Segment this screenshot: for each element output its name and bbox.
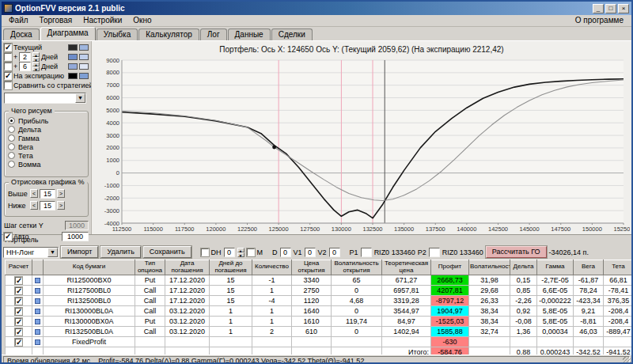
delete-button[interactable]: Удалить <box>100 246 140 258</box>
tab-Доска[interactable]: Доска <box>3 28 40 40</box>
row-marker-icon[interactable] <box>35 309 40 314</box>
radio-icon[interactable] <box>8 143 15 150</box>
row-marker-icon[interactable] <box>35 339 40 345</box>
radio-icon[interactable] <box>8 152 15 159</box>
color-swatch[interactable] <box>79 44 89 51</box>
days-input[interactable]: 6 <box>19 62 31 71</box>
above-increment-button[interactable]: > <box>57 189 65 198</box>
row-marker-icon[interactable] <box>35 298 40 304</box>
column-header[interactable]: Тип опциона <box>135 260 165 275</box>
color-swatch[interactable] <box>79 54 89 60</box>
days-spinner[interactable]: ▲▼ <box>32 52 40 62</box>
v2-value[interactable]: 0 <box>329 248 340 257</box>
maximize-button[interactable]: □ <box>605 4 616 13</box>
color-swatch[interactable] <box>79 63 89 70</box>
draw-option-Прибыль[interactable]: Прибыль <box>8 116 85 125</box>
column-header[interactable]: Расчет <box>6 260 32 275</box>
resize-grip[interactable] <box>623 357 631 364</box>
days-input[interactable]: 2 <box>19 52 31 62</box>
column-header[interactable]: Тета <box>604 260 633 275</box>
dh-checkbox[interactable] <box>201 248 209 256</box>
column-header[interactable]: Профит <box>431 260 469 275</box>
series-checkbox[interactable] <box>4 82 12 89</box>
above-decrement-button[interactable]: < <box>30 189 38 198</box>
draw-option-Вомма[interactable]: Вомма <box>8 160 85 169</box>
below-value[interactable]: 15 <box>40 201 55 210</box>
row-calc-checkbox[interactable] <box>15 318 22 325</box>
tab-Данные[interactable]: Данные <box>228 28 271 40</box>
close-button[interactable]: × <box>618 4 629 13</box>
menu-item-Окно[interactable]: Окно <box>127 15 157 26</box>
below-increment-button[interactable]: > <box>57 201 65 210</box>
dh-value[interactable]: 0 <box>224 248 235 257</box>
column-header[interactable]: Вега <box>574 260 604 275</box>
radio-icon[interactable] <box>8 135 15 142</box>
tab-Улыбка[interactable]: Улыбка <box>97 28 138 40</box>
chevron-down-icon[interactable]: ▼ <box>47 248 58 257</box>
column-header[interactable]: Код бумаги <box>44 260 135 275</box>
radio-icon[interactable] <box>8 126 15 133</box>
menu-about[interactable]: О программе <box>569 15 630 26</box>
menu-item-Настройки[interactable]: Настройки <box>78 15 127 26</box>
column-header[interactable]: Цена открытия <box>292 260 332 275</box>
column-header[interactable]: Волатильность открытия <box>332 260 382 275</box>
column-header[interactable]: Количество <box>252 260 292 275</box>
strategy-combo[interactable]: НН-Лонг ▼ <box>3 247 59 258</box>
row-calc-checkbox[interactable] <box>15 328 22 336</box>
auto-grid-value[interactable]: 1000 <box>62 232 89 241</box>
below-decrement-button[interactable]: < <box>30 201 38 210</box>
table-row[interactable]: RI132500BL0Call17.12.202015-411204,68331… <box>6 295 633 305</box>
color-swatch[interactable] <box>68 63 78 70</box>
title-bar[interactable]: OptionFVV версия 2.1 public _ □ × <box>2 2 631 15</box>
menu-item-Файл[interactable]: Файл <box>3 15 34 26</box>
radio-icon[interactable] <box>8 161 15 168</box>
p1-input[interactable] <box>361 248 372 257</box>
table-row[interactable]: FixedProfit-630 <box>6 336 633 347</box>
save-button[interactable]: Сохранить <box>143 246 191 258</box>
radio-icon[interactable] <box>8 117 15 124</box>
auto-checkbox[interactable] <box>4 233 12 241</box>
payoff-chart[interactable]: -4000-3000-2000-100001000200030004000500… <box>92 57 630 233</box>
m-checkbox[interactable] <box>247 248 255 256</box>
minimize-button[interactable]: _ <box>593 4 604 13</box>
series-checkbox[interactable] <box>4 44 12 51</box>
row-calc-checkbox[interactable] <box>15 308 22 315</box>
series-checkbox[interactable] <box>4 63 12 70</box>
column-header[interactable]: Волатильность <box>469 260 510 275</box>
color-swatch[interactable] <box>79 73 89 79</box>
series-checkbox[interactable] <box>4 72 12 80</box>
column-header[interactable]: Дней до погашения <box>210 260 252 275</box>
column-header[interactable]: Дата погашения <box>165 260 210 275</box>
row-calc-checkbox[interactable] <box>15 339 22 346</box>
draw-option-Гамма[interactable]: Гамма <box>8 134 85 142</box>
draw-option-Дельта[interactable]: Дельта <box>8 125 85 134</box>
row-marker-icon[interactable] <box>35 329 40 335</box>
tab-Лог[interactable]: Лог <box>200 28 227 40</box>
table-row[interactable]: RI132500BL0ACall03.12.20201261001402,941… <box>6 326 633 336</box>
days-spinner[interactable]: ▲▼ <box>32 62 40 71</box>
tab-Сделки[interactable]: Сделки <box>271 28 313 40</box>
color-swatch[interactable] <box>68 44 78 51</box>
column-header[interactable]: Теоретическая цена <box>382 260 431 275</box>
draw-option-Тета[interactable]: Тета <box>8 151 85 160</box>
tab-Калькулятор[interactable]: Калькулятор <box>138 28 199 40</box>
row-marker-icon[interactable] <box>35 278 40 283</box>
table-row[interactable]: RI130000BX0APut03.12.2020111610119,7484,… <box>6 316 633 326</box>
p2-input[interactable] <box>429 248 440 257</box>
table-row[interactable]: RI127500BL0Call17.12.2020151275006957,81… <box>6 285 633 295</box>
dh-spinner[interactable]: ▲▼ <box>237 248 244 257</box>
series-checkbox[interactable] <box>4 53 12 61</box>
chevron-down-icon[interactable]: ▼ <box>75 93 85 103</box>
color-swatch[interactable] <box>68 54 78 60</box>
row-marker-icon[interactable] <box>35 319 40 324</box>
table-row[interactable]: RI130000BL0ACall03.12.202011164003544,97… <box>6 305 633 316</box>
compare-strategy-combo[interactable]: ▼ <box>4 93 86 104</box>
color-swatch[interactable] <box>68 73 78 79</box>
menu-item-Торговая[interactable]: Торговая <box>34 15 78 26</box>
import-button[interactable]: Импорт <box>61 246 98 258</box>
tab-Диаграмма[interactable]: Диаграмма <box>40 27 96 40</box>
column-header[interactable]: Дельта <box>510 260 537 275</box>
column-header[interactable] <box>32 260 44 275</box>
row-calc-checkbox[interactable] <box>15 287 22 294</box>
table-row[interactable]: RI125000BX0Put17.12.202015-1334065671,27… <box>6 275 633 285</box>
